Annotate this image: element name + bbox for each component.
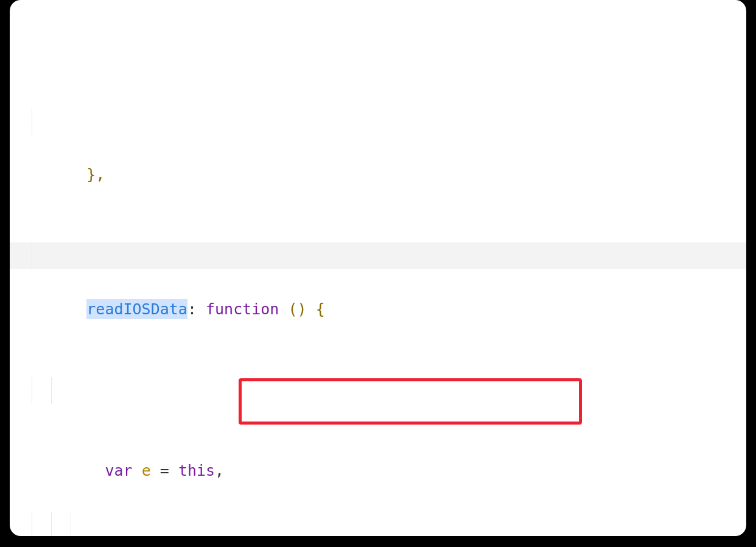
brace-open: { [316, 300, 325, 318]
code-line[interactable]: }, [10, 108, 746, 135]
comma: , [215, 462, 224, 479]
code-line[interactable]: var e = this, [10, 377, 746, 404]
code-editor[interactable]: }, readIOSData: function () { var e = th… [10, 0, 746, 536]
parens: () [289, 300, 307, 318]
code-content[interactable]: }, readIOSData: function () { var e = th… [10, 0, 746, 536]
function-name-selected: readIOSData [86, 300, 187, 318]
code-line[interactable]: t = this; [10, 512, 746, 536]
keyword-function: function [206, 300, 279, 318]
keyword-var: var [105, 462, 132, 479]
op-eq: = [160, 462, 169, 479]
brace-close: }, [86, 166, 105, 183]
code-line[interactable]: readIOSData: function () { [10, 242, 746, 269]
identifier: e [142, 462, 151, 479]
keyword-this: this [178, 462, 215, 479]
colon: : [187, 300, 197, 318]
